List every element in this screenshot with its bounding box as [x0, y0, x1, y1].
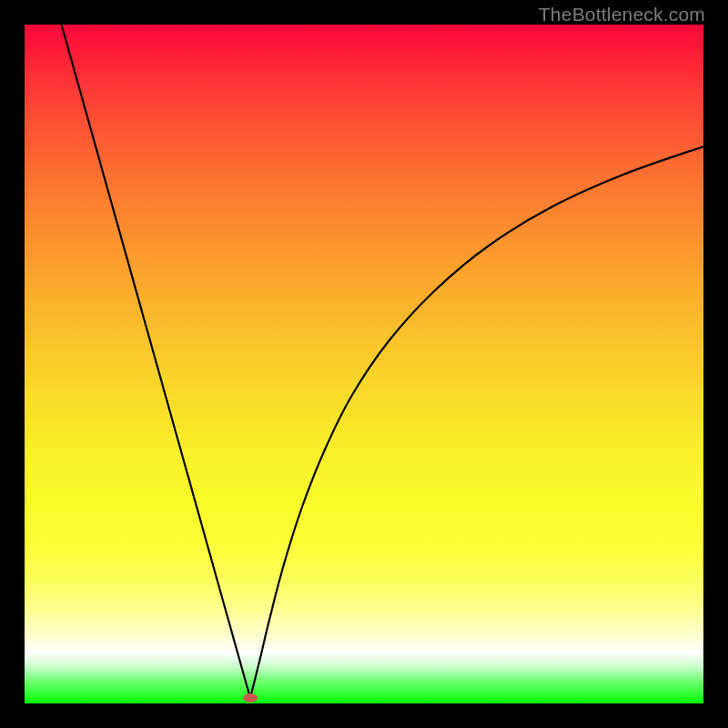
plot-area: [25, 25, 703, 703]
minimum-marker: [243, 693, 258, 703]
bottleneck-curve-path: [61, 25, 703, 698]
curve-svg: [25, 25, 703, 703]
watermark-text: TheBottleneck.com: [539, 4, 705, 25]
chart-frame: TheBottleneck.com: [0, 0, 728, 728]
